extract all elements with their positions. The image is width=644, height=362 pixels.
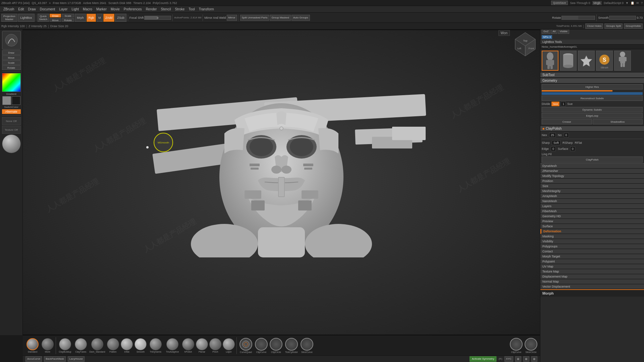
move-mode-btn[interactable]: Move <box>2 55 21 60</box>
subtool-header[interactable]: SubTool <box>540 72 644 78</box>
pinch-brush-btn[interactable]: Pinch <box>209 338 222 353</box>
human-mesh-thumb[interactable] <box>542 51 558 71</box>
dynamesh-btn[interactable]: DynaMesh <box>540 163 644 169</box>
texture-off-icon[interactable]: Texture Off <box>2 126 21 134</box>
zremesher-btn[interactable]: ZRemesher <box>540 169 644 174</box>
lacyhouse-btn[interactable]: LacyHouse <box>68 356 85 362</box>
menu-item-layer[interactable]: Layer <box>57 7 69 11</box>
group-masked-btn[interactable]: Group Masked <box>270 15 290 21</box>
surface-panel-btn[interactable]: Surface <box>540 224 644 229</box>
zadd-btn[interactable]: ZAdd <box>103 14 115 22</box>
fg-color-swatch[interactable] <box>2 96 11 105</box>
menu-item-stroke[interactable]: Stroke <box>173 7 186 11</box>
color-gradient-picker[interactable] <box>2 73 21 92</box>
layers-btn[interactable]: Layers <box>540 204 644 209</box>
higher-res-btn[interactable]: Higher Res <box>542 84 643 89</box>
brush-preview[interactable] <box>2 31 21 50</box>
clipcircle-brush-btn[interactable]: ClipCircle <box>269 338 283 353</box>
displacement-map-btn[interactable]: Displacement Map <box>540 274 644 279</box>
menu-item-draw[interactable]: Draw <box>26 7 38 11</box>
menu-item-render[interactable]: Render <box>144 7 159 11</box>
m-btn[interactable]: M <box>97 14 103 22</box>
menu-item-edit[interactable]: Edit <box>16 7 26 11</box>
planar-brush-btn[interactable]: Planar <box>196 338 208 353</box>
human-thumb-2[interactable] <box>614 51 631 71</box>
reconstruct-subdiv-btn[interactable]: Reconstruct Subdiv <box>542 96 643 101</box>
move-btn[interactable]: Move <box>50 18 61 22</box>
navigation-cube[interactable]: Top Left Front <box>512 31 539 58</box>
none-off-icon[interactable]: None Off <box>2 117 21 125</box>
zsub-btn[interactable]: ZSub <box>115 14 126 22</box>
scale-btn[interactable]: Scale <box>62 14 74 17</box>
slicecurve-brush-btn[interactable]: SliceCurve <box>300 338 314 353</box>
menu-item-stencil[interactable]: Stencil <box>159 7 173 11</box>
auto-groups-btn[interactable]: Auto Groups <box>291 15 310 21</box>
damstandard-brush-btn[interactable]: Dam_Standard <box>89 338 106 353</box>
flatten-brush-btn[interactable]: Flatten <box>106 338 120 353</box>
menu-item-document[interactable]: Document <box>38 7 57 11</box>
quick-sketch-btn[interactable]: QuickSketch <box>38 14 49 22</box>
projection-master-btn[interactable]: ProjectionMaster <box>1 14 17 22</box>
polypaint-btn[interactable]: Polypaint <box>540 259 644 264</box>
uv-map-btn[interactable]: UV Map <box>540 264 644 269</box>
claytubes-brush-btn[interactable]: ClayTubes <box>73 338 88 353</box>
geometry-header[interactable]: Geometry <box>540 78 644 83</box>
activate-symmetry-btn[interactable]: Activate Symmetry <box>470 356 497 362</box>
slicecircle-btn[interactable]: SliceCircle <box>524 338 538 353</box>
deformation-btn[interactable]: Deformation <box>540 229 644 234</box>
groups-split-btn[interactable]: Groups Split <box>604 23 623 29</box>
crease-btn[interactable]: Crease <box>542 119 592 124</box>
texture-map-btn[interactable]: Texture Map <box>540 269 644 274</box>
geometry-hd-btn[interactable]: Geometry HD <box>540 214 644 219</box>
rotate-btn[interactable]: Rotate <box>62 18 74 22</box>
backface-mask-btn[interactable]: BackFaceMask <box>44 356 66 362</box>
symm-btn2[interactable]: ⊕ <box>523 356 529 362</box>
focal-shift-slider[interactable]: 0 <box>144 16 171 20</box>
preview-btn[interactable]: Preview <box>540 219 644 224</box>
draw-btn[interactable]: Draw <box>50 14 61 17</box>
scale-mode-btn[interactable]: Scale <box>2 60 21 65</box>
trisadaptive-brush-btn[interactable]: TrisAdaptive <box>164 338 181 353</box>
nano-mesh-btn[interactable]: NanoMesh <box>540 199 644 204</box>
menu-item-preferences[interactable]: Preferences <box>122 7 144 11</box>
smt-btn[interactable]: Smt <box>551 102 559 106</box>
sbrush-thumb[interactable]: S SBrush <box>596 51 613 71</box>
size-btn[interactable]: Size <box>540 184 644 189</box>
modify-topology-btn[interactable]: Modify Topology <box>540 174 644 179</box>
split-unmasked-btn[interactable]: Split Unmasked Parts <box>240 15 269 21</box>
array-mesh-btn[interactable]: ArrayMesh <box>540 194 644 199</box>
normal-map-btn[interactable]: Normal Map <box>540 279 644 284</box>
rotate-slider[interactable] <box>561 16 595 20</box>
smooth-brush-btn[interactable]: Smooth <box>134 338 147 353</box>
hpolish-brush-btn[interactable]: hPolish <box>181 338 195 353</box>
menu-item-light[interactable]: Light <box>69 7 81 11</box>
polymesh-thumb[interactable] <box>578 51 595 71</box>
menu-item-movie[interactable]: Movie <box>109 7 122 11</box>
inflat-brush-btn[interactable]: Inflat <box>120 338 133 353</box>
claypolish-btn[interactable]: ClayPolish <box>542 157 643 163</box>
group-visible-btn[interactable]: GroupVisible <box>624 23 643 29</box>
menu-item-transform[interactable]: Transform <box>197 7 216 11</box>
viewport-canvas[interactable]: 人人都是产品经理 人人都是产品经理 人人都是产品经理 人人都是产品经理 人人都是… <box>23 29 540 335</box>
contact-btn[interactable]: Contact <box>540 249 644 254</box>
menu-item-tool[interactable]: Tool <box>186 7 197 11</box>
visibility-btn[interactable]: Visibility <box>540 239 644 244</box>
bg-color-swatch[interactable] <box>12 96 20 105</box>
polygroups-btn[interactable]: Polygroups <box>540 244 644 249</box>
claybuildup-brush-btn[interactable]: ClayBuildup <box>57 338 73 353</box>
xyz-btn[interactable]: XYC <box>504 356 513 362</box>
close-holes-btn[interactable]: Close Holes <box>585 23 603 29</box>
accucurve-btn[interactable]: AccuCurve <box>25 356 42 362</box>
standard-brush-btn[interactable]: Standard <box>25 338 40 353</box>
morph-btn[interactable]: Mrph <box>75 14 86 22</box>
more-brush-btn[interactable]: More <box>41 338 54 353</box>
claypolish-header[interactable]: ■ ClayPolish <box>540 126 644 131</box>
shadowbox-btn[interactable]: ShadowBox <box>593 119 643 124</box>
edgeloop-btn[interactable]: EdgeLoop <box>542 113 643 118</box>
symm-btn3[interactable]: ⊕ <box>531 356 537 362</box>
curvequad-brush-btn[interactable]: CurveQuad <box>238 338 254 353</box>
tridynamic-brush-btn[interactable]: TriDynamic <box>148 338 163 353</box>
draw-mode-btn[interactable]: Draw <box>2 50 21 55</box>
mirror-weld-btn[interactable]: Mirror <box>227 15 237 21</box>
clipcurve-brush-btn[interactable]: ClipCurve <box>254 338 268 353</box>
